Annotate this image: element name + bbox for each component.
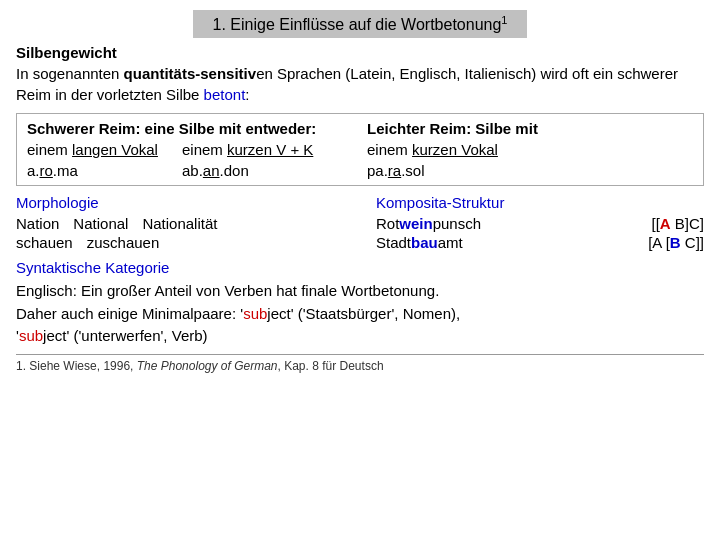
komposita-row-2: Stadtbauamt [A [B C]]	[376, 234, 704, 251]
word-schauen: schauen	[16, 234, 73, 251]
schwerer-header: Schwerer Reim: eine Silbe mit entweder:	[27, 120, 367, 137]
word-nationalitaet: Nationalität	[142, 215, 217, 232]
komposita-header: Komposita-Struktur	[376, 194, 704, 211]
syntaktische-text: Englisch: Ein großer Anteil von Verben h…	[16, 280, 704, 348]
syntax-line-1: Englisch: Ein großer Anteil von Verben h…	[16, 282, 439, 299]
silben-header: Silbengewicht	[16, 44, 704, 61]
bold-quantitaets: quantitäts-sensitiv	[124, 65, 257, 82]
footnote: 1. Siehe Wiese, 1996, The Phonology of G…	[16, 354, 704, 373]
kurzen-vokal-cell: einem kurzen Vokal	[367, 141, 693, 158]
syntaktische-section: Syntaktische Kategorie Englisch: Ein gro…	[16, 259, 704, 348]
example-parasol: pa.ra.sol	[367, 162, 693, 179]
footnote-italic: The Phonology of German	[137, 359, 278, 373]
morphologie-words-row1: Nation National Nationalität	[16, 215, 376, 232]
syntax-line-2-pre: Daher auch einige Minimalpaare: '	[16, 305, 243, 322]
syntaktische-header: Syntaktische Kategorie	[16, 259, 704, 276]
title-footnote: 1	[501, 14, 507, 26]
word-zuschauen: zuschauen	[87, 234, 160, 251]
kurzen-vokal-underline: kurzen Vokal	[412, 141, 498, 158]
word-national: National	[73, 215, 128, 232]
langer-vokal-underline: langen Vokal	[72, 141, 158, 158]
komposita-section: Komposita-Struktur Rotweinpunsch [[A B]C…	[376, 194, 704, 251]
title-box: 1. Einige Einflüsse auf die Wortbetonung…	[193, 10, 528, 38]
morphologie-section: Morphologie Nation National Nationalität…	[16, 194, 376, 251]
subject-red-2: sub	[19, 327, 43, 344]
komposita-bracket-2: [A [B C]]	[648, 234, 704, 251]
morpho-komposita-section: Morphologie Nation National Nationalität…	[16, 194, 704, 251]
leichter-header: Leichter Reim: Silbe mit	[367, 120, 693, 137]
komposita-bracket-1: [[A B]C]	[651, 215, 704, 232]
reim-header-row: Schwerer Reim: eine Silbe mit entweder: …	[27, 120, 693, 137]
morphologie-words-row2: schauen zuschauen	[16, 234, 376, 251]
betont-word: betont	[204, 86, 246, 103]
kurzen-vk-underline: kurzen V + K	[227, 141, 313, 158]
syntax-line-3-rest: ject' ('unterwerfen', Verb)	[43, 327, 208, 344]
example-abandon: ab.an.don	[182, 162, 367, 179]
langer-vokal-cell: einem langen Vokal	[27, 141, 182, 158]
intro-paragraph: In sogenannten quantitäts-sensitiven Spr…	[16, 63, 704, 105]
komposita-label-1: Rotweinpunsch	[376, 215, 481, 232]
morphologie-header: Morphologie	[16, 194, 376, 211]
komposita-label-2: Stadtbauamt	[376, 234, 463, 251]
komposita-row-1: Rotweinpunsch [[A B]C]	[376, 215, 704, 232]
title-text: 1. Einige Einflüsse auf die Wortbetonung	[213, 16, 502, 33]
reim-table: Schwerer Reim: eine Silbe mit entweder: …	[16, 113, 704, 186]
example-aroma: a.ro.ma	[27, 162, 182, 179]
word-nation: Nation	[16, 215, 59, 232]
reim-examples-row: a.ro.ma ab.an.don pa.ra.sol	[27, 162, 693, 179]
subject-red-1: sub	[243, 305, 267, 322]
kurzen-vk-cell: einem kurzen V + K	[182, 141, 367, 158]
syntax-line-2-mid: ject' ('Staatsbürger', Nomen),	[267, 305, 460, 322]
reim-data-row: einem langen Vokal einem kurzen V + K ei…	[27, 141, 693, 158]
